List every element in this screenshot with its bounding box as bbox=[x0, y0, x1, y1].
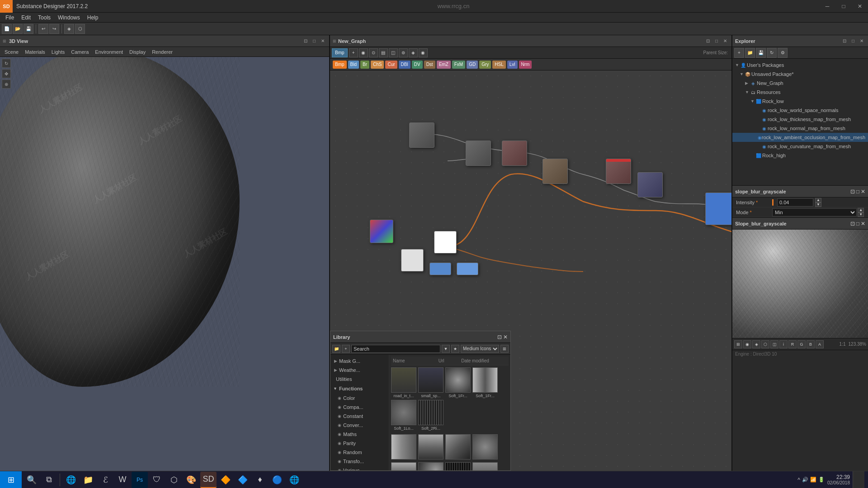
taskbar-app2[interactable]: 🎨 bbox=[183, 472, 199, 488]
lib-star-btn[interactable]: ★ bbox=[451, 345, 459, 353]
taskbar-app1[interactable]: ⬡ bbox=[166, 472, 182, 488]
tag-gry[interactable]: Gry bbox=[479, 61, 491, 69]
lib-item-soft2ri[interactable]: Soft_2Ri... bbox=[418, 400, 443, 431]
explorer-float-icon[interactable]: ⊡ bbox=[841, 38, 848, 45]
tag-bld[interactable]: Bld bbox=[348, 61, 359, 69]
graph-tool5[interactable]: ◫ bbox=[389, 48, 398, 57]
prev-btn8[interactable]: G bbox=[797, 340, 806, 348]
graph-tool7[interactable]: ◈ bbox=[409, 48, 418, 57]
tag-nrm[interactable]: Nrm bbox=[519, 61, 532, 69]
prev-btn9[interactable]: B bbox=[807, 340, 815, 348]
gnode-2[interactable] bbox=[466, 141, 491, 166]
lib-nav-parity[interactable]: ◉ Parity bbox=[330, 439, 389, 448]
prop-mode-select[interactable]: Min bbox=[772, 208, 857, 216]
prop-step-down[interactable]: ▼ bbox=[815, 202, 821, 207]
taskbar-browser[interactable]: 🌐 bbox=[63, 472, 79, 488]
explorer-close-icon[interactable]: ✕ bbox=[858, 38, 865, 45]
start-button[interactable]: ⊞ bbox=[0, 471, 22, 488]
submenu-display[interactable]: Display bbox=[127, 47, 148, 57]
minimize-button[interactable]: ─ bbox=[819, 0, 835, 13]
prev-btn10[interactable]: A bbox=[816, 340, 824, 348]
lib-nav-utilities[interactable]: Utilities bbox=[330, 375, 389, 384]
save-button[interactable]: 💾 bbox=[24, 24, 33, 34]
tag-lvl[interactable]: Lvl bbox=[507, 61, 518, 69]
tree-resources[interactable]: ▼ 🗂 Resources bbox=[732, 88, 868, 97]
lib-nav-various[interactable]: ◉ Various bbox=[330, 466, 389, 470]
window-controls[interactable]: ─ □ ✕ bbox=[819, 0, 868, 13]
submenu-scene[interactable]: Scene bbox=[2, 47, 21, 57]
redo-button[interactable]: ↪ bbox=[49, 24, 59, 34]
lib-item-soft1lo[interactable]: Soft_1Lo... bbox=[391, 400, 416, 431]
taskbar-ps[interactable]: Ps bbox=[132, 472, 148, 488]
lib-item-soft1fr2[interactable]: Soft_1Fr... bbox=[472, 367, 498, 398]
submenu-materials[interactable]: Materials bbox=[22, 47, 48, 57]
menu-file[interactable]: File bbox=[2, 13, 18, 23]
tag-hsl[interactable]: HSL bbox=[492, 61, 505, 69]
prop-intensity-input[interactable] bbox=[777, 198, 813, 206]
prop-step-up[interactable]: ▲ bbox=[815, 198, 821, 202]
lib-nav-conver[interactable]: ◉ Conver... bbox=[330, 421, 389, 430]
lib-search-input[interactable] bbox=[351, 345, 440, 353]
lib-item-m7[interactable] bbox=[445, 462, 471, 470]
submenu-camera[interactable]: Camera bbox=[68, 47, 91, 57]
gnode-output[interactable] bbox=[705, 192, 731, 225]
tree-file-1[interactable]: ◉ rock_low_world_space_normals bbox=[732, 106, 868, 115]
open-button[interactable]: 📂 bbox=[13, 24, 23, 34]
gnode-color[interactable] bbox=[370, 220, 393, 243]
undo-button[interactable]: ↩ bbox=[38, 24, 48, 34]
prop-slider[interactable] bbox=[772, 199, 774, 206]
submenu-renderer[interactable]: Renderer bbox=[149, 47, 175, 57]
prop-mode-up[interactable]: ▲ bbox=[858, 208, 864, 212]
gnode-blue3[interactable] bbox=[457, 263, 478, 275]
tag-gd[interactable]: GD bbox=[467, 61, 478, 69]
tool1[interactable]: ◈ bbox=[64, 24, 74, 34]
submenu-environment[interactable]: Environment bbox=[92, 47, 126, 57]
prev-btn7[interactable]: R bbox=[788, 340, 797, 348]
gnode-4[interactable] bbox=[542, 159, 568, 184]
graph-max-icon[interactable]: □ bbox=[713, 38, 720, 45]
tree-user-packages[interactable]: ▼ 👤 User's Packages bbox=[732, 61, 868, 70]
new-button[interactable]: 📄 bbox=[2, 24, 12, 34]
lib-nav-compa[interactable]: ◉ Compa... bbox=[330, 403, 389, 412]
close-button[interactable]: ✕ bbox=[852, 0, 868, 13]
exp-settings-btn[interactable]: ⚙ bbox=[778, 48, 788, 58]
menu-tools[interactable]: Tools bbox=[34, 13, 54, 23]
exp-add-btn[interactable]: + bbox=[734, 48, 744, 58]
prop-float-icon[interactable]: ⊡ bbox=[850, 188, 855, 195]
taskbar-word[interactable]: W bbox=[114, 472, 131, 488]
lib-nav-functions-header[interactable]: ▼ Functions bbox=[330, 384, 389, 394]
lib-item-m4[interactable] bbox=[472, 434, 498, 460]
tree-file-5[interactable]: ◉ rock_low_curvature_map_from_mesh bbox=[732, 142, 868, 151]
explorer-max-icon[interactable]: □ bbox=[849, 38, 857, 45]
lib-filter-btn[interactable]: ▼ bbox=[442, 345, 450, 353]
lib-item-m1[interactable] bbox=[391, 434, 416, 460]
lib-nav-mask[interactable]: ▶ Mask G... bbox=[330, 357, 389, 366]
menu-edit[interactable]: Edit bbox=[18, 13, 34, 23]
gnode-5[interactable] bbox=[606, 159, 631, 184]
lib-nav-random[interactable]: ◉ Random bbox=[330, 448, 389, 457]
maximize-button[interactable]: □ bbox=[835, 0, 852, 13]
menu-windows[interactable]: Windows bbox=[54, 13, 84, 23]
3d-float-icon[interactable]: ⊡ bbox=[302, 38, 309, 45]
graph-tool3[interactable]: ⊙ bbox=[369, 48, 378, 57]
lib-item-smallsp[interactable]: small_sp... bbox=[418, 367, 443, 398]
lib-nav-constant[interactable]: ◉ Constant bbox=[330, 412, 389, 421]
3d-max-icon[interactable]: □ bbox=[311, 38, 318, 45]
prev-btn1[interactable]: ⊞ bbox=[734, 340, 742, 348]
exp-folder-btn[interactable]: 📁 bbox=[745, 48, 755, 58]
show-desktop-btn[interactable] bbox=[853, 471, 864, 488]
tree-rock-low[interactable]: ▼ 🟦 Rock_low bbox=[732, 97, 868, 106]
taskbar-app4[interactable]: ♦ bbox=[252, 472, 268, 488]
tool2[interactable]: ⬡ bbox=[75, 24, 85, 34]
exp-save-btn[interactable]: 💾 bbox=[756, 48, 766, 58]
tree-file-2[interactable]: ◉ rock_low_thickness_map_from_mesh bbox=[732, 115, 868, 124]
gnode-6[interactable] bbox=[637, 172, 663, 197]
lib-item-soft1fr[interactable]: Soft_1Fr... bbox=[445, 367, 471, 398]
prop-max-icon[interactable]: □ bbox=[856, 188, 859, 195]
tag-dbl[interactable]: DBl bbox=[399, 61, 410, 69]
graph-tool4[interactable]: ▤ bbox=[379, 48, 388, 57]
graph-tool6[interactable]: ⊚ bbox=[399, 48, 408, 57]
tag-cur[interactable]: Cur bbox=[385, 61, 397, 69]
prev-btn3[interactable]: ◈ bbox=[752, 340, 760, 348]
lib-item-road[interactable]: road_in_t... bbox=[391, 367, 416, 398]
